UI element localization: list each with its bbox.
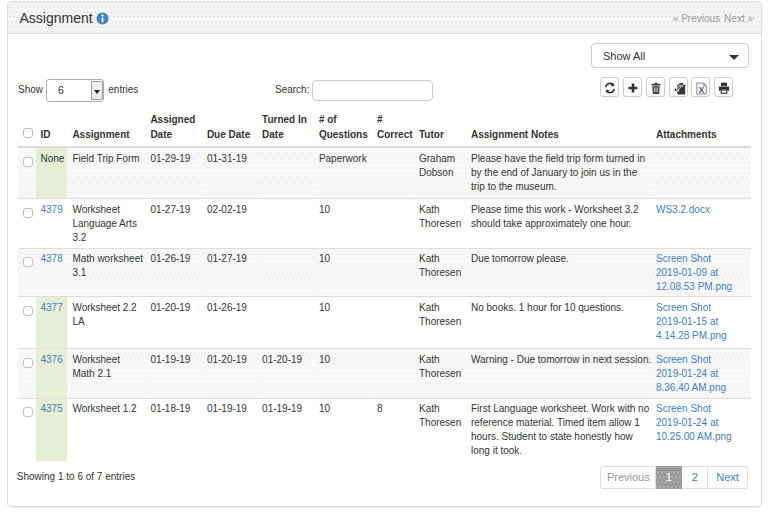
svg-text:X: X — [698, 84, 704, 94]
